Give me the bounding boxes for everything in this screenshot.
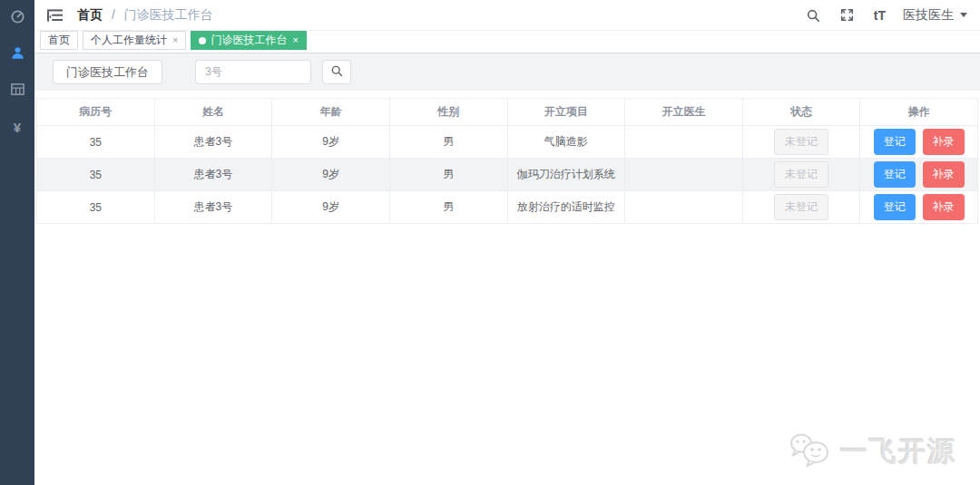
col-age: 年龄 — [272, 99, 390, 126]
cell-gender: 男 — [389, 159, 507, 191]
register-button[interactable]: 登记 — [874, 129, 916, 155]
cell-operation: 登记补录 — [860, 159, 978, 191]
col-project: 开立项目 — [507, 99, 625, 126]
cell-name: 患者3号 — [154, 126, 272, 159]
tags-bar: 首页 个人工作量统计 × 门诊医技工作台 × — [34, 31, 980, 53]
navbar: 首页 / 门诊医技工作台 tT 医技医生 — [34, 0, 980, 31]
breadcrumb-current: 门诊医技工作台 — [124, 7, 213, 22]
user-name: 医技医生 — [903, 7, 954, 24]
yuan-icon: ¥ — [14, 121, 21, 134]
cell-status: 未登记 — [742, 126, 860, 159]
col-record-no: 病历号 — [37, 99, 155, 126]
close-icon[interactable]: × — [292, 35, 298, 45]
workbench-button[interactable]: 门诊医技工作台 — [53, 60, 162, 84]
fullscreen-icon[interactable] — [832, 0, 862, 31]
cell-record-no: 35 — [37, 126, 155, 159]
chevron-down-icon — [960, 13, 967, 17]
cell-operation: 登记补录 — [860, 191, 978, 224]
filter-toolbar: 门诊医技工作台 — [34, 53, 980, 91]
cell-doctor — [625, 191, 743, 224]
sidebar-item-table[interactable] — [0, 73, 34, 109]
table-row: 35 患者3号 9岁 男 伽玛刀治疗计划系统 未登记 登记补录 — [37, 159, 978, 191]
header-search-icon[interactable] — [798, 0, 828, 31]
table-grid-icon — [10, 82, 25, 101]
sidebar-item-fees[interactable]: ¥ — [0, 109, 34, 145]
tab-label: 门诊医技工作台 — [211, 33, 287, 48]
search-input[interactable] — [195, 60, 311, 84]
cell-age: 9岁 — [272, 126, 390, 159]
status-badge: 未登记 — [774, 194, 828, 220]
cell-project: 伽玛刀治疗计划系统 — [507, 159, 625, 191]
close-icon[interactable]: × — [172, 35, 178, 45]
breadcrumb: 首页 / 门诊医技工作台 — [77, 7, 213, 24]
user-icon — [10, 45, 25, 64]
tab-home[interactable]: 首页 — [40, 31, 78, 50]
col-name: 姓名 — [154, 99, 272, 126]
tab-medtech-workbench[interactable]: 门诊医技工作台 × — [191, 31, 306, 50]
sidebar-item-dashboard[interactable] — [0, 0, 34, 36]
cell-project: 气脑造影 — [507, 126, 625, 159]
cell-record-no: 35 — [37, 159, 155, 191]
main-area: 首页 / 门诊医技工作台 tT 医技医生 — [34, 0, 980, 485]
cell-age: 9岁 — [272, 191, 390, 224]
cell-name: 患者3号 — [154, 159, 272, 191]
col-gender: 性别 — [389, 99, 507, 126]
patients-table: 病历号 姓名 年龄 性别 开立项目 开立医生 状态 操作 35 患者3号 9岁 — [36, 98, 978, 224]
font-size-icon[interactable]: tT — [866, 0, 894, 31]
sidebar: ¥ — [0, 0, 34, 485]
table-header-row: 病历号 姓名 年龄 性别 开立项目 开立医生 状态 操作 — [37, 99, 978, 126]
app-root: ¥ 首页 / 门诊医技工作台 — [0, 0, 980, 485]
supplement-button[interactable]: 补录 — [923, 129, 965, 155]
dashboard-gauge-icon — [10, 9, 25, 28]
col-doctor: 开立医生 — [625, 99, 743, 126]
sidebar-item-medtech-workbench[interactable] — [0, 36, 34, 73]
cell-operation: 登记补录 — [860, 126, 978, 159]
cell-doctor — [625, 159, 743, 191]
hamburger-icon[interactable] — [44, 9, 66, 22]
user-dropdown[interactable]: 医技医生 — [903, 7, 967, 24]
status-badge: 未登记 — [774, 161, 828, 188]
active-dot-icon — [199, 37, 206, 44]
tab-personal-workload[interactable]: 个人工作量统计 × — [83, 31, 186, 50]
register-button[interactable]: 登记 — [874, 161, 916, 188]
cell-gender: 男 — [389, 126, 507, 159]
table-row: 35 患者3号 9岁 男 气脑造影 未登记 登记补录 — [37, 126, 978, 159]
register-button[interactable]: 登记 — [874, 194, 916, 220]
cell-project: 放射治疗的适时监控 — [507, 191, 625, 224]
cell-age: 9岁 — [272, 159, 390, 191]
tab-label: 首页 — [48, 33, 70, 48]
search-icon — [330, 64, 343, 80]
table-row: 35 患者3号 9岁 男 放射治疗的适时监控 未登记 登记补录 — [37, 191, 978, 224]
search-button[interactable] — [322, 60, 351, 84]
col-status: 状态 — [742, 99, 860, 126]
status-badge: 未登记 — [774, 129, 828, 155]
cell-status: 未登记 — [742, 159, 860, 191]
breadcrumb-separator: / — [112, 7, 115, 22]
breadcrumb-home[interactable]: 首页 — [77, 7, 103, 22]
cell-status: 未登记 — [742, 191, 860, 224]
cell-gender: 男 — [389, 191, 507, 224]
cell-record-no: 35 — [37, 191, 155, 224]
cell-doctor — [625, 126, 743, 159]
col-operation: 操作 — [860, 99, 978, 126]
supplement-button[interactable]: 补录 — [923, 194, 965, 220]
cell-name: 患者3号 — [154, 191, 272, 224]
tab-label: 个人工作量统计 — [91, 33, 167, 48]
supplement-button[interactable]: 补录 — [923, 161, 965, 188]
